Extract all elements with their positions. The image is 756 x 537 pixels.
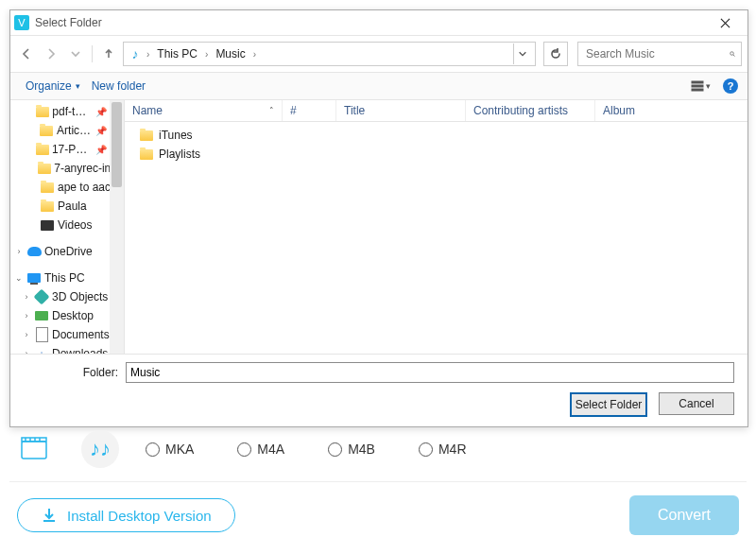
tree-item[interactable]: Articles📌 [10,121,124,140]
col-title[interactable]: Title [336,100,466,121]
scrollbar-thumb[interactable] [112,102,122,187]
desktop-icon [35,311,48,320]
folder-icon [140,149,153,160]
video-format-icon[interactable] [17,430,55,468]
chevron-right-icon: › [145,49,151,60]
folder-icon [38,164,51,174]
select-folder-button[interactable]: Select Folder [570,392,647,417]
tree-item-thispc[interactable]: ⌄This PC [10,268,124,287]
select-folder-dialog: V Select Folder ♪ › This PC › Music › Or [9,9,748,427]
radio-icon [237,442,251,457]
pc-icon [27,273,41,283]
music-notes-icon: ♪♪ [90,437,111,461]
chevron-down-icon: ▾ [76,81,80,91]
download-icon [41,507,58,524]
separator [92,45,93,62]
svg-rect-3 [692,89,703,91]
close-icon [720,18,730,28]
col-number[interactable]: # [283,100,336,121]
convert-button[interactable]: Convert [629,495,739,535]
pin-icon: 📌 [95,126,107,136]
tree-item[interactable]: 7-anyrec-increas [10,159,124,178]
folder-icon [41,201,54,212]
app-background: ♪♪ MKAM4AM4BM4R Install Desktop Version … [9,430,747,535]
view-options-button[interactable]: ▾ [686,77,715,95]
svg-rect-4 [22,442,46,459]
bottom-row: Install Desktop Version Convert [9,495,747,535]
pin-icon: 📌 [95,145,107,155]
breadcrumb-dropdown[interactable] [513,43,531,64]
format-mka[interactable]: MKA [146,442,194,457]
tree-item-documents[interactable]: ›Documents [10,325,124,344]
list-item[interactable]: iTunes [125,126,747,145]
3d-objects-icon [34,289,50,305]
folder-icon [36,107,49,117]
sort-asc-icon: ˄ [269,106,274,115]
nav-bar: ♪ › This PC › Music › [10,36,747,73]
tree-item-desktop[interactable]: ›Desktop [10,306,124,325]
app-icon: V [14,15,29,30]
tree-item[interactable]: Paula [10,197,124,216]
chevron-down-icon: ▾ [706,81,711,91]
svg-rect-2 [692,85,703,87]
tree-item-3dobjects[interactable]: ›3D Objects [10,287,124,306]
search-icon [730,48,735,60]
cancel-button[interactable]: Cancel [659,392,734,415]
nav-tree[interactable]: pdf-to-image📌Articles📌17-Paula- iPa📌7-an… [10,100,125,354]
col-artists[interactable]: Contributing artists [466,100,595,121]
folder-icon [140,130,153,141]
tree-item[interactable]: 17-Paula- iPa📌 [10,140,124,159]
new-folder-button[interactable]: New folder [86,77,151,95]
tree-item[interactable]: ape to aac [10,178,124,197]
radio-icon [146,442,160,457]
radio-icon [419,442,433,457]
list-item[interactable]: Playlists [125,145,747,164]
install-desktop-button[interactable]: Install Desktop Version [17,498,235,532]
dialog-body: pdf-to-image📌Articles📌17-Paula- iPa📌7-an… [10,100,747,354]
documents-icon [36,327,48,342]
titlebar: V Select Folder [10,10,747,36]
format-m4r[interactable]: M4R [419,442,467,457]
back-button[interactable] [16,43,37,64]
up-button[interactable] [98,43,119,64]
col-name[interactable]: Name˄ [125,100,283,121]
radio-icon [328,442,342,457]
audio-format-icon[interactable]: ♪♪ [81,430,119,468]
folder-input[interactable] [126,362,734,383]
folder-icon [40,126,53,136]
recent-dropdown[interactable] [65,43,86,64]
breadcrumb-thispc[interactable]: This PC [153,45,201,62]
chevron-right-icon: › [203,49,210,60]
file-list: Name˄ # Title Contributing artists Album… [125,100,747,354]
chevron-right-icon: › [251,49,258,60]
column-headers[interactable]: Name˄ # Title Contributing artists Album [125,100,747,122]
format-m4b[interactable]: M4B [328,442,375,457]
svg-rect-1 [692,81,703,83]
tree-scrollbar[interactable] [110,100,124,354]
close-button[interactable] [706,10,744,35]
dialog-footer: Folder: Select Folder Cancel [10,354,747,426]
organize-menu[interactable]: Organize▾ [20,77,86,95]
tree-item-videos[interactable]: Videos [10,216,124,234]
search-input[interactable] [584,46,730,61]
refresh-button[interactable] [543,42,568,66]
col-album[interactable]: Album [595,100,747,121]
tree-item[interactable]: pdf-to-image📌 [10,102,124,121]
format-row: ♪♪ MKAM4AM4BM4R [9,430,747,482]
breadcrumb-music[interactable]: Music [212,45,249,62]
search-box[interactable] [577,42,742,66]
breadcrumb[interactable]: ♪ › This PC › Music › [123,42,536,66]
file-rows[interactable]: iTunesPlaylists [125,122,747,354]
tree-item-onedrive[interactable]: ›OneDrive [10,242,124,261]
pin-icon: 📌 [95,107,107,117]
format-m4a[interactable]: M4A [237,442,284,457]
folder-icon [41,182,54,193]
music-icon: ♪ [128,46,143,61]
help-button[interactable]: ? [723,78,738,94]
cloud-icon [27,247,42,256]
tree-item-downloads[interactable]: ›↓Downloads [10,344,124,354]
list-view-icon [691,79,704,93]
forward-button[interactable] [41,43,61,64]
dialog-title: Select Folder [35,16,706,29]
folder-label: Folder: [24,366,118,379]
